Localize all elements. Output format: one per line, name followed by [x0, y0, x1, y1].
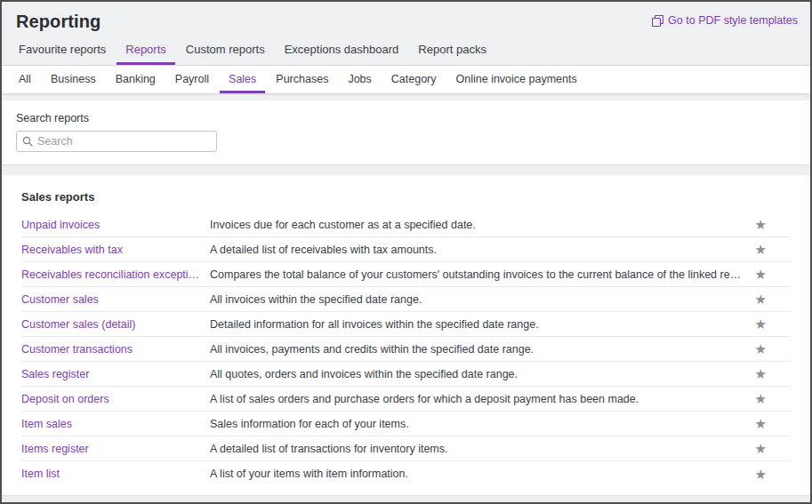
subtab-all[interactable]: All [10, 66, 40, 93]
report-link-unpaid-invoices[interactable]: Unpaid invoices [21, 219, 210, 231]
search-label: Search reports [16, 112, 796, 124]
subtab-category[interactable]: Category [382, 66, 446, 93]
report-row: Deposit on orders A list of sales orders… [21, 387, 791, 412]
tab-favourite-reports[interactable]: Favourite reports [10, 36, 115, 65]
report-link-customer-transactions[interactable]: Customer transactions [21, 343, 210, 356]
report-link-deposit-on-orders[interactable]: Deposit on orders [21, 393, 210, 405]
pdf-templates-link[interactable]: Go to PDF style templates [652, 14, 798, 27]
reports-card: Sales reports Unpaid invoices Invoices d… [2, 175, 810, 495]
report-link-items-register[interactable]: Items register [21, 443, 210, 455]
pdf-templates-link-label: Go to PDF style templates [668, 14, 798, 27]
report-row: Item sales Sales information for each of… [21, 412, 791, 436]
tab-reports[interactable]: Reports [117, 36, 175, 65]
subtab-sales[interactable]: Sales [220, 66, 265, 93]
report-description: A list of sales orders and purchase orde… [210, 393, 755, 405]
report-description: Sales information for each of your items… [210, 418, 755, 430]
report-description: A list of your items with item informati… [210, 468, 755, 480]
favourite-star-icon[interactable]: ★ [755, 468, 767, 481]
report-description: All quotes, orders and invoices within t… [210, 368, 755, 380]
favourite-star-icon[interactable]: ★ [755, 218, 767, 231]
pdf-templates-icon [652, 15, 663, 27]
report-link-sales-register[interactable]: Sales register [21, 368, 210, 380]
favourite-star-icon[interactable]: ★ [755, 268, 767, 281]
subtab-banking[interactable]: Banking [107, 66, 165, 93]
page-title: Reporting [16, 12, 100, 32]
tab-report-packs[interactable]: Report packs [409, 36, 495, 65]
report-link-receivables-with-tax[interactable]: Receivables with tax [21, 244, 210, 256]
subtab-jobs[interactable]: Jobs [339, 66, 380, 93]
report-description: Detailed information for all invoices wi… [210, 318, 755, 331]
report-description: A detailed list of receivables with tax … [210, 244, 755, 256]
report-link-customer-sales[interactable]: Customer sales [21, 293, 210, 306]
report-description: All invoices within the specified date r… [210, 293, 755, 306]
tab-custom-reports[interactable]: Custom reports [177, 36, 274, 65]
favourite-star-icon[interactable]: ★ [755, 342, 767, 356]
favourite-star-icon[interactable]: ★ [755, 367, 767, 380]
report-link-receivables-reconciliation-exceptions[interactable]: Receivables reconciliation exceptions [21, 268, 210, 281]
report-row: Items register A detailed list of transa… [21, 436, 791, 461]
search-card: Search reports [2, 100, 810, 164]
main-tabs: Favourite reports Reports Custom reports… [2, 36, 810, 66]
favourite-star-icon[interactable]: ★ [755, 417, 767, 430]
subtab-purchases[interactable]: Purchases [267, 66, 337, 93]
report-description: Invoices due for each customer as at a s… [210, 219, 755, 231]
report-row: Sales register All quotes, orders and in… [21, 362, 791, 387]
report-row: Customer sales (detail) Detailed informa… [21, 312, 791, 337]
report-description: A detailed list of transactions for inve… [210, 443, 755, 455]
app-window: Reporting Go to PDF style templates Favo… [0, 0, 812, 504]
report-row: Customer transactions All invoices, paym… [21, 337, 791, 362]
search-input[interactable] [37, 135, 211, 148]
subtab-online-invoice-payments[interactable]: Online invoice payments [447, 66, 586, 93]
report-row: Customer sales All invoices within the s… [21, 287, 791, 312]
report-link-customer-sales-detail[interactable]: Customer sales (detail) [21, 318, 210, 331]
report-row: Unpaid invoices Invoices due for each cu… [21, 212, 791, 237]
report-description: All invoices, payments and credits withi… [210, 343, 755, 356]
report-description: Compares the total balance of your custo… [210, 268, 755, 281]
search-icon [22, 136, 33, 147]
search-box[interactable] [16, 131, 217, 152]
favourite-star-icon[interactable]: ★ [755, 243, 767, 256]
favourite-star-icon[interactable]: ★ [755, 442, 767, 455]
favourite-star-icon[interactable]: ★ [755, 292, 767, 306]
page-header: Reporting Go to PDF style templates [2, 2, 810, 36]
reports-heading: Sales reports [21, 190, 791, 204]
favourite-star-icon[interactable]: ★ [755, 392, 767, 405]
report-row: Item list A list of your items with item… [21, 461, 791, 486]
filter-tabs: All Business Banking Payroll Sales Purch… [2, 66, 810, 93]
report-link-item-sales[interactable]: Item sales [21, 418, 210, 430]
subtab-business[interactable]: Business [42, 66, 105, 93]
report-row: Receivables with tax A detailed list of … [21, 237, 791, 262]
favourite-star-icon[interactable]: ★ [755, 317, 767, 331]
tab-exceptions-dashboard[interactable]: Exceptions dashboard [276, 36, 408, 65]
report-row: Receivables reconciliation exceptions Co… [21, 262, 791, 287]
report-link-item-list[interactable]: Item list [21, 468, 210, 480]
subtab-payroll[interactable]: Payroll [166, 66, 218, 93]
